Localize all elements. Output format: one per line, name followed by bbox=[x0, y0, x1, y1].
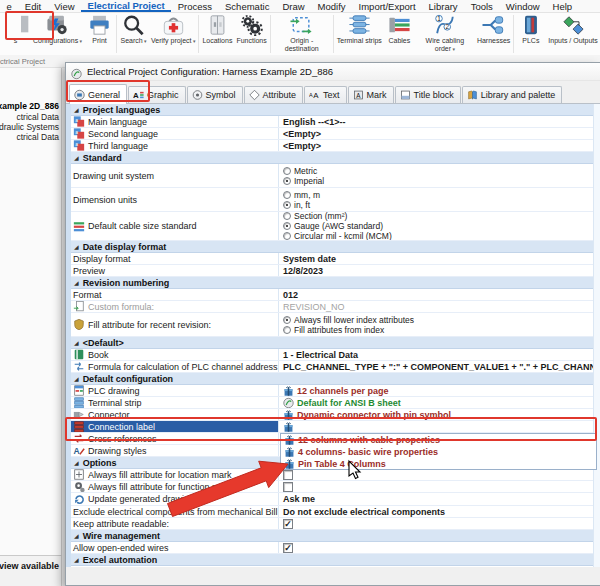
property-value-cell[interactable]: Do not exclude electrical components bbox=[279, 506, 600, 517]
menu-item-e[interactable]: e bbox=[0, 0, 18, 12]
toolbar-button-verify-project[interactable]: Verify project ▾ bbox=[149, 14, 197, 45]
grid-section-standard[interactable]: ◢Standard bbox=[66, 152, 600, 164]
toolbar-button-configurations[interactable]: Configurations ▾ bbox=[31, 14, 84, 45]
radio-icon[interactable] bbox=[283, 167, 291, 175]
toolbar-button-inputs-outputs[interactable]: Inputs / Outputs bbox=[546, 14, 599, 45]
property-name-cell[interactable]: Keep attribute readable: bbox=[66, 518, 279, 529]
property-name-cell[interactable]: Format bbox=[66, 289, 279, 300]
property-name-cell[interactable]: Drawing unit system bbox=[66, 164, 279, 187]
radio-option-fill-attributes-from-index[interactable]: Fill attributes from index bbox=[283, 325, 384, 334]
radio-icon[interactable] bbox=[283, 326, 291, 334]
property-name-cell[interactable]: Connection label bbox=[66, 421, 279, 432]
property-value-cell[interactable]: Section (mm²)Gauge (AWG standard)Circula… bbox=[279, 212, 600, 240]
property-name-cell[interactable]: Display format bbox=[66, 253, 279, 264]
tab-mark[interactable]: AMark bbox=[348, 86, 394, 103]
radio-option-in-ft[interactable]: in, ft bbox=[283, 200, 310, 209]
radio-option-circular-mil-kcmil-mcm[interactable]: Circular mil - kcmil (MCM) bbox=[283, 232, 392, 241]
tree-item-ctrical-data[interactable]: ctrical Data bbox=[16, 112, 59, 122]
property-name-cell[interactable]: Fill attribute for recent revision: bbox=[66, 313, 279, 336]
property-value-cell[interactable]: Always fill lower index attributesFill a… bbox=[279, 313, 600, 336]
checkbox-icon[interactable] bbox=[283, 482, 293, 492]
property-value-cell[interactable]: 12 channels per page bbox=[279, 385, 600, 396]
property-value-cell[interactable]: 1 - Electrical Data bbox=[279, 349, 600, 360]
radio-option-imperial[interactable]: Imperial bbox=[283, 176, 324, 185]
radio-icon[interactable] bbox=[283, 201, 291, 209]
toolbar-button-plcs[interactable]: PLCs bbox=[515, 14, 546, 45]
radio-option-mm-m[interactable]: mm, m bbox=[283, 190, 320, 199]
tab-text[interactable]: AAText bbox=[304, 86, 347, 103]
property-name-cell[interactable]: Book bbox=[66, 349, 279, 360]
property-value-cell[interactable]: REVISION_NO bbox=[279, 301, 600, 312]
property-name-cell[interactable]: Allow open-ended wires bbox=[66, 542, 279, 553]
radio-option-gauge-awg-standard[interactable]: Gauge (AWG standard) bbox=[283, 222, 383, 231]
property-name-cell[interactable]: PLC drawing bbox=[66, 385, 279, 396]
radio-icon[interactable] bbox=[283, 316, 291, 324]
tab-graphic[interactable]: AGraphic bbox=[128, 86, 186, 103]
radio-icon[interactable] bbox=[283, 191, 291, 199]
toolbar-button-s[interactable]: s bbox=[0, 14, 31, 45]
toolbar-button-functions[interactable]: Functions bbox=[234, 14, 268, 45]
property-value-cell[interactable]: Default for ANSI B sheet bbox=[279, 397, 600, 408]
property-name-cell[interactable]: Preview bbox=[66, 265, 279, 276]
checkbox-icon[interactable]: ✓ bbox=[283, 519, 293, 529]
toolbar-button-print[interactable]: Print bbox=[84, 14, 115, 45]
property-value-cell[interactable]: English --<1>-- bbox=[279, 116, 600, 127]
radio-icon[interactable] bbox=[283, 232, 291, 240]
dropdown-item-12-columns-with-cable-properties[interactable]: 12 columns with cable properties bbox=[281, 434, 596, 446]
menu-item-process[interactable]: Process bbox=[171, 0, 218, 12]
tab-library-and-palette[interactable]: Library and palette bbox=[462, 86, 563, 103]
toolbar-button-cables[interactable]: Cables bbox=[384, 14, 415, 45]
toolbar-button-wire-cabling-order[interactable]: 12Wire cabling order ▾ bbox=[415, 14, 475, 53]
menu-item-view[interactable]: View bbox=[48, 0, 81, 12]
property-name-cell[interactable]: aSecond language bbox=[66, 128, 279, 139]
grid-section-default-configuration[interactable]: ◢Default configuration bbox=[66, 373, 600, 385]
property-value-cell[interactable]: MetricImperial bbox=[279, 164, 600, 187]
menu-item-window[interactable]: Window bbox=[499, 0, 546, 12]
menu-item-edit[interactable]: Edit bbox=[18, 0, 47, 12]
property-name-cell[interactable]: ADrawing styles bbox=[66, 445, 279, 456]
property-value-cell[interactable]: Ask me bbox=[279, 493, 600, 505]
grid-section-default[interactable]: ◢<Default> bbox=[66, 337, 600, 349]
tree-item-draulic-systems[interactable]: draulic Systems bbox=[0, 122, 59, 132]
menu-item-library[interactable]: Library bbox=[422, 0, 464, 12]
checkbox-icon[interactable]: ✓ bbox=[283, 543, 293, 553]
radio-icon[interactable] bbox=[283, 177, 291, 185]
radio-icon[interactable] bbox=[283, 222, 291, 230]
property-value-cell[interactable]: ✓ bbox=[279, 518, 600, 529]
toolbar-button-locations[interactable]: Locations bbox=[200, 14, 234, 45]
property-value-cell[interactable] bbox=[279, 421, 600, 432]
radio-option-always-fill-lower-index-attributes[interactable]: Always fill lower index attributes bbox=[283, 315, 414, 324]
tab-title-block[interactable]: Title block bbox=[395, 86, 461, 103]
grid-section-revision-numbering[interactable]: ◢Revision numbering bbox=[66, 277, 600, 289]
property-name-cell[interactable]: Cross references bbox=[66, 433, 279, 444]
menu-item-import-export[interactable]: Import/Export bbox=[352, 0, 422, 12]
property-value-cell[interactable]: Dynamic connector with pin symbol bbox=[279, 409, 600, 420]
menu-item-electrical-project[interactable]: Electrical Project bbox=[81, 0, 171, 12]
toolbar-button-search[interactable]: Search ▾ bbox=[118, 14, 149, 45]
dialog-title-bar[interactable]: Electrical Project Configuration: Harnes… bbox=[66, 63, 600, 81]
property-name-cell[interactable]: Update generated drawings: bbox=[66, 493, 279, 505]
property-name-cell[interactable]: aThird language bbox=[66, 140, 279, 151]
toolbar-button-terminal-strips[interactable]: Terminal strips bbox=[335, 14, 384, 45]
grid-section-excel-automation[interactable]: ◢Excel automation bbox=[66, 554, 600, 566]
property-value-cell[interactable]: PLC_CHANNEL_TYPE + ":" + COMPONENT_VALUE… bbox=[279, 361, 600, 372]
grid-section-wire-management[interactable]: ◢Wire management bbox=[66, 530, 600, 542]
property-name-cell[interactable]: Default cable size standard bbox=[66, 212, 279, 240]
tab-attribute[interactable]: Attribute bbox=[244, 86, 304, 103]
tab-symbol[interactable]: Symbol bbox=[187, 86, 243, 103]
toolbar-button-origin-destination-arrows[interactable]: Origin - destination arrows ▾ bbox=[272, 14, 332, 55]
tab-general[interactable]: General bbox=[69, 84, 127, 104]
tree-item-ctrical-data[interactable]: ctrical Data bbox=[16, 132, 59, 142]
menu-item-help[interactable]: Help bbox=[546, 0, 579, 12]
dropdown-item-pin-table-4-columns[interactable]: Pin Table 4 Columns bbox=[281, 458, 596, 470]
property-value-cell[interactable]: <Empty> bbox=[279, 140, 600, 151]
property-name-cell[interactable]: Dimension units bbox=[66, 188, 279, 211]
radio-option-metric[interactable]: Metric bbox=[283, 166, 317, 175]
menu-item-tools[interactable]: Tools bbox=[464, 0, 499, 12]
property-name-cell[interactable]: aMain language bbox=[66, 116, 279, 127]
property-value-cell[interactable]: System date bbox=[279, 253, 600, 264]
property-name-cell[interactable]: Exclude electrical components from mecha… bbox=[66, 506, 279, 517]
property-value-cell[interactable] bbox=[279, 469, 600, 480]
radio-icon[interactable] bbox=[283, 212, 291, 220]
checkbox-icon[interactable] bbox=[283, 470, 293, 480]
